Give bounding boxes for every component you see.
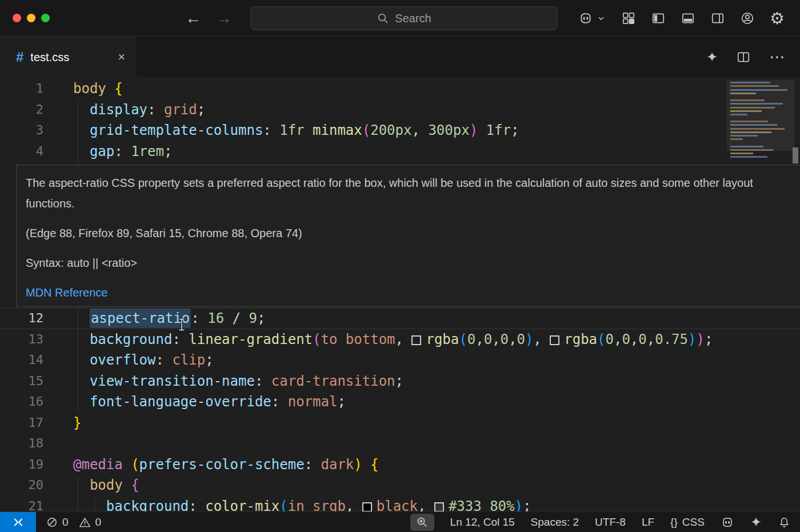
- line-number: 14: [0, 350, 43, 371]
- line-number: 13: [0, 329, 43, 350]
- notifications-bell-icon[interactable]: [778, 516, 791, 529]
- cursor-position[interactable]: Ln 12, Col 15: [450, 516, 515, 529]
- line-number: 20: [0, 475, 43, 496]
- zoom-indicator[interactable]: [410, 514, 434, 531]
- copilot-sparkle-button[interactable]: ✦: [706, 50, 718, 64]
- statusbar: 0 0 Ln 12, Col 15 Spaces: 2 UTF-8 LF {} …: [0, 511, 800, 532]
- minimize-window-button[interactable]: [27, 14, 35, 22]
- hover-description: The aspect-ratio CSS property sets a pre…: [26, 173, 789, 214]
- code-line-15[interactable]: 15 view-transition-name: card-transition…: [0, 371, 800, 392]
- color-swatch[interactable]: [362, 502, 372, 511]
- error-count: 0: [62, 516, 69, 529]
- copilot-status-icon[interactable]: [721, 515, 734, 529]
- problems-indicator[interactable]: 0 0: [46, 516, 107, 529]
- search-icon: [377, 12, 389, 25]
- warning-count: 0: [95, 516, 102, 529]
- chevron-down-icon[interactable]: [596, 13, 614, 23]
- account-button[interactable]: [733, 11, 762, 26]
- scrollbar-thumb[interactable]: [793, 147, 798, 163]
- code-line-3[interactable]: 3 grid-template-columns: 1fr minmax(200p…: [0, 120, 800, 141]
- mdn-reference-link[interactable]: MDN Reference: [26, 286, 107, 299]
- line-number: 17: [0, 413, 43, 434]
- color-swatch[interactable]: [411, 335, 421, 345]
- close-tab-button[interactable]: ×: [118, 50, 125, 65]
- code-line-12[interactable]: 12 aspect-ratio: 16 / 9;: [0, 308, 800, 329]
- minimap-slider[interactable]: [727, 80, 794, 151]
- mouse-ibeam-cursor: [177, 318, 186, 331]
- history-navigation: ← →: [185, 0, 232, 37]
- code-line-14[interactable]: 14 overflow: clip;: [0, 350, 800, 371]
- forward-button[interactable]: →: [216, 9, 232, 27]
- line-number: 21: [0, 496, 43, 511]
- search-placeholder: Search: [395, 12, 431, 25]
- customize-layout-button[interactable]: [614, 11, 643, 26]
- command-center-search[interactable]: Search: [250, 6, 558, 30]
- line-number: 18: [0, 433, 43, 454]
- minimap[interactable]: [727, 80, 794, 166]
- hover-browser-support: (Edge 88, Firefox 89, Safari 15, Chrome …: [26, 223, 789, 243]
- line-number: 3: [0, 120, 43, 141]
- indentation[interactable]: Spaces: 2: [531, 516, 579, 529]
- line-number: 15: [0, 371, 43, 392]
- code-line-16[interactable]: 16 font-language-override: normal;: [0, 391, 800, 413]
- back-button[interactable]: ←: [185, 9, 201, 27]
- close-window-button[interactable]: [13, 14, 21, 22]
- line-number: 19: [0, 454, 43, 475]
- error-icon: [46, 517, 58, 528]
- line-number: 16: [0, 391, 43, 413]
- line-number: 1: [0, 78, 43, 99]
- color-swatch[interactable]: [434, 502, 444, 511]
- tab-label: test.css: [30, 51, 118, 64]
- line-number: 12: [0, 308, 43, 329]
- code-line-4[interactable]: 4 gap: 1rem;: [0, 141, 800, 162]
- editor-actions: ✦ ⋯: [706, 37, 785, 78]
- line-number: 4: [0, 141, 43, 162]
- sparkle-status-icon[interactable]: ✦: [750, 515, 762, 529]
- eol-indicator[interactable]: LF: [642, 516, 654, 529]
- css-file-icon: #: [16, 49, 23, 65]
- code-line-18[interactable]: 18: [0, 433, 800, 454]
- remote-indicator[interactable]: [0, 512, 36, 532]
- color-swatch[interactable]: [550, 335, 559, 345]
- titlebar-actions: ⚙: [571, 0, 792, 37]
- language-mode[interactable]: {} CSS: [670, 516, 705, 529]
- editor-tab-bar: # test.css × ✦ ⋯: [0, 37, 800, 78]
- code-line-21[interactable]: 21 background: color-mix(in srgb, black,…: [0, 496, 800, 511]
- line-number: 2: [0, 99, 43, 121]
- toggle-secondary-sidebar-button[interactable]: [703, 11, 733, 26]
- settings-gear-button[interactable]: ⚙: [762, 10, 792, 27]
- titlebar: ← → Search: [0, 0, 800, 37]
- code-line-19[interactable]: 19@media (prefers-color-scheme: dark) {: [0, 454, 800, 475]
- tab-test-css[interactable]: # test.css ×: [0, 37, 136, 78]
- more-actions-button[interactable]: ⋯: [769, 49, 785, 65]
- maximize-window-button[interactable]: [41, 14, 50, 22]
- code-line-2[interactable]: 2 display: grid;: [0, 99, 800, 121]
- toggle-primary-sidebar-button[interactable]: [643, 11, 673, 26]
- window-controls: [13, 14, 50, 22]
- warning-icon: [79, 517, 91, 528]
- split-editor-button[interactable]: [736, 50, 751, 65]
- code-line-17[interactable]: 17}: [0, 413, 800, 434]
- code-line-13[interactable]: 13 background: linear-gradient(to bottom…: [0, 329, 800, 350]
- code-line-1[interactable]: 1body {: [0, 78, 800, 99]
- hover-syntax: Syntax: auto || <ratio>: [26, 253, 789, 273]
- toggle-panel-button[interactable]: [673, 11, 703, 26]
- hover-tooltip: The aspect-ratio CSS property sets a pre…: [16, 165, 800, 307]
- encoding[interactable]: UTF-8: [595, 516, 626, 529]
- braces-icon: {}: [670, 516, 678, 529]
- language-label: CSS: [682, 516, 705, 529]
- code-line-20[interactable]: 20 body {: [0, 475, 800, 496]
